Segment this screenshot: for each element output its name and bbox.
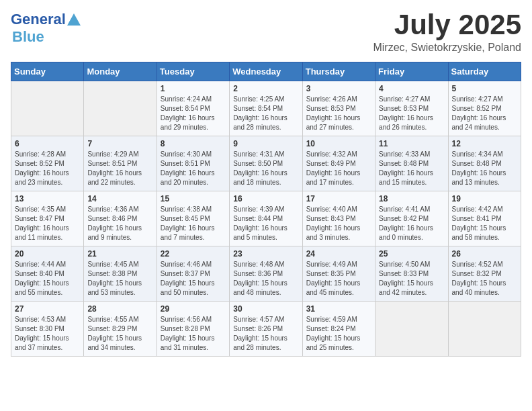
day-number: 17 [306, 194, 371, 203]
day-number: 19 [452, 194, 517, 203]
week-row-4: 20 Sunrise: 4:44 AMSunset: 8:40 PMDaylig… [11, 246, 521, 302]
day-number: 2 [233, 84, 298, 93]
table-row: 13 Sunrise: 4:35 AMSunset: 8:47 PMDaylig… [11, 191, 84, 246]
day-number: 23 [233, 249, 298, 259]
table-row: 26 Sunrise: 4:52 AMSunset: 8:32 PMDaylig… [448, 246, 521, 302]
month-title: July 2025 [373, 11, 521, 39]
table-row [375, 302, 448, 357]
day-number: 27 [15, 304, 80, 314]
logo-blue: Blue [12, 28, 44, 46]
table-row: 31 Sunrise: 4:59 AMSunset: 8:24 PMDaylig… [302, 302, 375, 357]
week-row-1: 1 Sunrise: 4:24 AMSunset: 8:54 PMDayligh… [11, 81, 521, 136]
day-header-friday: Friday [375, 62, 448, 81]
table-row: 19 Sunrise: 4:42 AMSunset: 8:41 PMDaylig… [448, 191, 521, 246]
table-row: 22 Sunrise: 4:46 AMSunset: 8:37 PMDaylig… [157, 246, 229, 302]
table-row [11, 81, 84, 136]
day-number: 21 [87, 249, 152, 259]
day-number: 13 [15, 194, 80, 203]
day-number: 18 [379, 194, 444, 203]
day-info: Sunrise: 4:32 AMSunset: 8:49 PMDaylight:… [306, 150, 361, 186]
day-number: 10 [306, 139, 371, 148]
logo: General Blue [11, 11, 81, 46]
day-info: Sunrise: 4:44 AMSunset: 8:40 PMDaylight:… [15, 261, 69, 296]
table-row: 18 Sunrise: 4:41 AMSunset: 8:42 PMDaylig… [375, 191, 448, 246]
title-block: July 2025 Mirzec, Swietokrzyskie, Poland [373, 11, 521, 54]
day-info: Sunrise: 4:38 AMSunset: 8:45 PMDaylight:… [161, 205, 215, 241]
day-number: 22 [161, 249, 226, 259]
day-number: 11 [379, 139, 444, 148]
day-info: Sunrise: 4:59 AMSunset: 8:24 PMDaylight:… [306, 316, 361, 351]
day-number: 29 [161, 304, 226, 314]
day-number: 31 [306, 304, 371, 314]
table-row: 28 Sunrise: 4:55 AMSunset: 8:29 PMDaylig… [84, 302, 157, 357]
week-row-2: 6 Sunrise: 4:28 AMSunset: 8:52 PMDayligh… [11, 136, 521, 191]
day-number: 25 [379, 249, 444, 259]
day-header-saturday: Saturday [448, 62, 521, 81]
table-row: 1 Sunrise: 4:24 AMSunset: 8:54 PMDayligh… [157, 81, 229, 136]
table-row: 3 Sunrise: 4:26 AMSunset: 8:53 PMDayligh… [302, 81, 375, 136]
day-number: 5 [452, 84, 517, 93]
day-info: Sunrise: 4:31 AMSunset: 8:50 PMDaylight:… [233, 150, 287, 186]
table-row: 7 Sunrise: 4:29 AMSunset: 8:51 PMDayligh… [84, 136, 157, 191]
day-number: 28 [87, 304, 152, 314]
day-info: Sunrise: 4:25 AMSunset: 8:54 PMDaylight:… [233, 95, 287, 131]
table-row: 21 Sunrise: 4:45 AMSunset: 8:38 PMDaylig… [84, 246, 157, 302]
day-header-monday: Monday [84, 62, 157, 81]
calendar-table: SundayMondayTuesdayWednesdayThursdayFrid… [11, 62, 521, 357]
table-row: 12 Sunrise: 4:34 AMSunset: 8:48 PMDaylig… [448, 136, 521, 191]
day-info: Sunrise: 4:39 AMSunset: 8:44 PMDaylight:… [233, 205, 287, 241]
location: Mirzec, Swietokrzyskie, Poland [373, 42, 521, 54]
day-info: Sunrise: 4:27 AMSunset: 8:53 PMDaylight:… [379, 95, 433, 131]
day-info: Sunrise: 4:46 AMSunset: 8:37 PMDaylight:… [161, 261, 215, 296]
table-row: 17 Sunrise: 4:40 AMSunset: 8:43 PMDaylig… [302, 191, 375, 246]
table-row: 30 Sunrise: 4:57 AMSunset: 8:26 PMDaylig… [230, 302, 302, 357]
day-number: 12 [452, 139, 517, 148]
table-row: 4 Sunrise: 4:27 AMSunset: 8:53 PMDayligh… [375, 81, 448, 136]
day-info: Sunrise: 4:45 AMSunset: 8:38 PMDaylight:… [87, 261, 142, 296]
day-header-sunday: Sunday [11, 62, 84, 81]
day-number: 4 [379, 84, 444, 93]
header-row: SundayMondayTuesdayWednesdayThursdayFrid… [11, 62, 521, 81]
day-number: 16 [233, 194, 298, 203]
page-header: General Blue July 2025 Mirzec, Swietokrz… [11, 11, 521, 54]
day-info: Sunrise: 4:27 AMSunset: 8:52 PMDaylight:… [452, 95, 506, 131]
table-row: 5 Sunrise: 4:27 AMSunset: 8:52 PMDayligh… [448, 81, 521, 136]
table-row [84, 81, 157, 136]
table-row: 14 Sunrise: 4:36 AMSunset: 8:46 PMDaylig… [84, 191, 157, 246]
day-info: Sunrise: 4:40 AMSunset: 8:43 PMDaylight:… [306, 205, 361, 241]
week-row-3: 13 Sunrise: 4:35 AMSunset: 8:47 PMDaylig… [11, 191, 521, 246]
day-info: Sunrise: 4:41 AMSunset: 8:42 PMDaylight:… [379, 205, 433, 241]
table-row: 15 Sunrise: 4:38 AMSunset: 8:45 PMDaylig… [157, 191, 229, 246]
table-row: 6 Sunrise: 4:28 AMSunset: 8:52 PMDayligh… [11, 136, 84, 191]
day-info: Sunrise: 4:52 AMSunset: 8:32 PMDaylight:… [452, 261, 506, 296]
day-header-tuesday: Tuesday [157, 62, 229, 81]
week-row-5: 27 Sunrise: 4:53 AMSunset: 8:30 PMDaylig… [11, 302, 521, 357]
table-row [448, 302, 521, 357]
logo-triangle-icon [67, 13, 81, 26]
day-info: Sunrise: 4:34 AMSunset: 8:48 PMDaylight:… [452, 150, 506, 186]
day-info: Sunrise: 4:30 AMSunset: 8:51 PMDaylight:… [161, 150, 215, 186]
table-row: 24 Sunrise: 4:49 AMSunset: 8:35 PMDaylig… [302, 246, 375, 302]
day-info: Sunrise: 4:33 AMSunset: 8:48 PMDaylight:… [379, 150, 433, 186]
table-row: 25 Sunrise: 4:50 AMSunset: 8:33 PMDaylig… [375, 246, 448, 302]
day-number: 15 [161, 194, 226, 203]
day-info: Sunrise: 4:28 AMSunset: 8:52 PMDaylight:… [15, 150, 69, 186]
day-info: Sunrise: 4:35 AMSunset: 8:47 PMDaylight:… [15, 205, 69, 241]
day-number: 7 [87, 139, 152, 148]
day-number: 1 [161, 84, 226, 93]
day-info: Sunrise: 4:49 AMSunset: 8:35 PMDaylight:… [306, 261, 361, 296]
calendar-header: SundayMondayTuesdayWednesdayThursdayFrid… [11, 62, 521, 81]
day-number: 3 [306, 84, 371, 93]
day-info: Sunrise: 4:42 AMSunset: 8:41 PMDaylight:… [452, 205, 506, 241]
table-row: 16 Sunrise: 4:39 AMSunset: 8:44 PMDaylig… [230, 191, 302, 246]
day-info: Sunrise: 4:57 AMSunset: 8:26 PMDaylight:… [233, 316, 287, 351]
day-number: 6 [15, 139, 80, 148]
day-info: Sunrise: 4:24 AMSunset: 8:54 PMDaylight:… [161, 95, 215, 131]
day-info: Sunrise: 4:55 AMSunset: 8:29 PMDaylight:… [87, 316, 142, 351]
table-row: 20 Sunrise: 4:44 AMSunset: 8:40 PMDaylig… [11, 246, 84, 302]
table-row: 11 Sunrise: 4:33 AMSunset: 8:48 PMDaylig… [375, 136, 448, 191]
day-number: 8 [161, 139, 226, 148]
logo-general: General [11, 11, 66, 28]
day-number: 14 [87, 194, 152, 203]
day-info: Sunrise: 4:48 AMSunset: 8:36 PMDaylight:… [233, 261, 287, 296]
